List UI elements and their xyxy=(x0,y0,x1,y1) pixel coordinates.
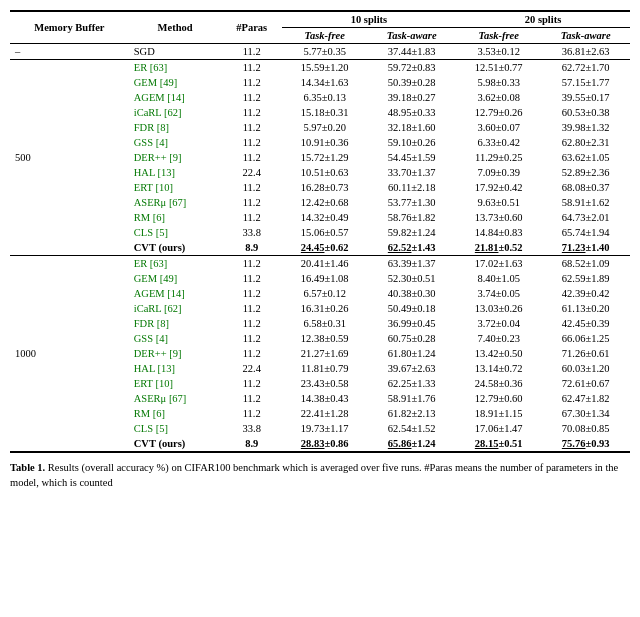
method-1000-cvt: CVT (ours) xyxy=(129,436,222,452)
paras-1000-4: 11.2 xyxy=(221,316,282,331)
tf10-1000-10: 22.41±1.28 xyxy=(282,406,367,421)
ta10-1000-5: 60.75±0.28 xyxy=(367,331,456,346)
tf10-1000-5: 12.38±0.59 xyxy=(282,331,367,346)
tf20-500-0: 12.51±0.77 xyxy=(456,60,541,76)
ta20-1000-0: 68.52±1.09 xyxy=(541,256,630,272)
tf10-500-6: 15.72±1.29 xyxy=(282,150,367,165)
method-500-cvt: CVT (ours) xyxy=(129,240,222,256)
ta10-500-8: 60.11±2.18 xyxy=(367,180,456,195)
tf20-1000-1: 8.40±1.05 xyxy=(456,271,541,286)
ta10-500-11: 59.82±1.24 xyxy=(367,225,456,240)
tf10-500-2: 6.35±0.13 xyxy=(282,90,367,105)
baseline-tf10: 5.77±0.35 xyxy=(282,44,367,60)
tf20-500-8: 17.92±0.42 xyxy=(456,180,541,195)
method-500-8: ERT [10] xyxy=(129,180,222,195)
ta10-1000-4: 36.99±0.45 xyxy=(367,316,456,331)
ta20-1000-2: 42.39±0.42 xyxy=(541,286,630,301)
tf20-1000-5: 7.40±0.23 xyxy=(456,331,541,346)
tf20-500-7: 7.09±0.39 xyxy=(456,165,541,180)
ta20-500-0: 62.72±1.70 xyxy=(541,60,630,76)
method-1000-9: ASERμ [67] xyxy=(129,391,222,406)
method-500-3: iCaRL [62] xyxy=(129,105,222,120)
paras-500-11: 33.8 xyxy=(221,225,282,240)
tf10-1000-0: 20.41±1.46 xyxy=(282,256,367,272)
tf20-1000-11: 17.06±1.47 xyxy=(456,421,541,436)
paras-1000-7: 22.4 xyxy=(221,361,282,376)
tf20-500-4: 3.60±0.07 xyxy=(456,120,541,135)
tf20-500-1: 5.98±0.33 xyxy=(456,75,541,90)
paras-500-6: 11.2 xyxy=(221,150,282,165)
ta10-1000-9: 58.91±1.76 xyxy=(367,391,456,406)
col-tf20: Task-free xyxy=(456,28,541,44)
paras-500-3: 11.2 xyxy=(221,105,282,120)
paras-500-4: 11.2 xyxy=(221,120,282,135)
tf10-1000-9: 14.38±0.43 xyxy=(282,391,367,406)
ta10-500-1: 50.39±0.28 xyxy=(367,75,456,90)
baseline-ta10: 37.44±1.83 xyxy=(367,44,456,60)
ta20-1000-6: 71.26±0.61 xyxy=(541,346,630,361)
tf10-1000-8: 23.43±0.58 xyxy=(282,376,367,391)
tf10-500-10: 14.32±0.49 xyxy=(282,210,367,225)
baseline-row: – SGD 11.2 5.77±0.35 37.44±1.83 3.53±0.1… xyxy=(10,44,630,60)
ta20-1000-5: 66.06±1.25 xyxy=(541,331,630,346)
ta20-500-5: 62.80±2.31 xyxy=(541,135,630,150)
ta20-1000-11: 70.08±0.85 xyxy=(541,421,630,436)
method-500-11: CLS [5] xyxy=(129,225,222,240)
method-500-5: GSS [4] xyxy=(129,135,222,150)
ta10-500-10: 58.76±1.82 xyxy=(367,210,456,225)
paras-1000-2: 11.2 xyxy=(221,286,282,301)
tf20-500-6: 11.29±0.25 xyxy=(456,150,541,165)
method-500-7: HAL [13] xyxy=(129,165,222,180)
method-1000-6: DER++ [9] xyxy=(129,346,222,361)
paras-500-10: 11.2 xyxy=(221,210,282,225)
tf10-1000-2: 6.57±0.12 xyxy=(282,286,367,301)
tf10-500-8: 16.28±0.73 xyxy=(282,180,367,195)
ta20-1000-8: 72.61±0.67 xyxy=(541,376,630,391)
method-500-6: DER++ [9] xyxy=(129,150,222,165)
tf10-1000-7: 11.81±0.79 xyxy=(282,361,367,376)
method-1000-2: AGEM [14] xyxy=(129,286,222,301)
ta20-1000-4: 42.45±0.39 xyxy=(541,316,630,331)
caption-label: Table 1. xyxy=(10,462,45,473)
tf10-500-1: 14.34±1.63 xyxy=(282,75,367,90)
ta20-500-4: 39.98±1.32 xyxy=(541,120,630,135)
ta20-500-11: 65.74±1.94 xyxy=(541,225,630,240)
tf10-500-7: 10.51±0.63 xyxy=(282,165,367,180)
method-1000-11: CLS [5] xyxy=(129,421,222,436)
tf20-500-10: 13.73±0.60 xyxy=(456,210,541,225)
method-500-4: FDR [8] xyxy=(129,120,222,135)
method-500-2: AGEM [14] xyxy=(129,90,222,105)
tf10-500-3: 15.18±0.31 xyxy=(282,105,367,120)
ta10-1000-2: 40.38±0.30 xyxy=(367,286,456,301)
ta20-1000-cvt: 75.76±0.93 xyxy=(541,436,630,452)
col-ta10: Task-aware xyxy=(367,28,456,44)
ta20-500-9: 58.91±1.62 xyxy=(541,195,630,210)
tf20-500-2: 3.62±0.08 xyxy=(456,90,541,105)
method-1000-5: GSS [4] xyxy=(129,331,222,346)
buffer-1000: 1000 xyxy=(10,256,129,453)
tf10-1000-1: 16.49±1.08 xyxy=(282,271,367,286)
baseline-buffer: – xyxy=(10,44,129,60)
row-500-er: 500 ER [63] 11.2 15.59±1.20 59.72±0.83 1… xyxy=(10,60,630,76)
buffer-500: 500 xyxy=(10,60,129,256)
method-500-1: GEM [49] xyxy=(129,75,222,90)
method-1000-10: RM [6] xyxy=(129,406,222,421)
ta10-1000-1: 52.30±0.51 xyxy=(367,271,456,286)
paras-1000-0: 11.2 xyxy=(221,256,282,272)
caption-text: Results (overall accuracy %) on CIFAR100… xyxy=(10,462,618,488)
tf20-1000-6: 13.42±0.50 xyxy=(456,346,541,361)
ta20-1000-1: 62.59±1.89 xyxy=(541,271,630,286)
tf10-500-11: 15.06±0.57 xyxy=(282,225,367,240)
col-tf10: Task-free xyxy=(282,28,367,44)
tf20-1000-9: 12.79±0.60 xyxy=(456,391,541,406)
tf10-1000-11: 19.73±1.17 xyxy=(282,421,367,436)
method-1000-4: FDR [8] xyxy=(129,316,222,331)
ta10-1000-cvt: 65.86±1.24 xyxy=(367,436,456,452)
baseline-ta20: 36.81±2.63 xyxy=(541,44,630,60)
paras-1000-10: 11.2 xyxy=(221,406,282,421)
paras-500-9: 11.2 xyxy=(221,195,282,210)
tf10-1000-3: 16.31±0.26 xyxy=(282,301,367,316)
tf20-1000-4: 3.72±0.04 xyxy=(456,316,541,331)
ta10-500-5: 59.10±0.26 xyxy=(367,135,456,150)
ta10-500-cvt: 62.52±1.43 xyxy=(367,240,456,256)
